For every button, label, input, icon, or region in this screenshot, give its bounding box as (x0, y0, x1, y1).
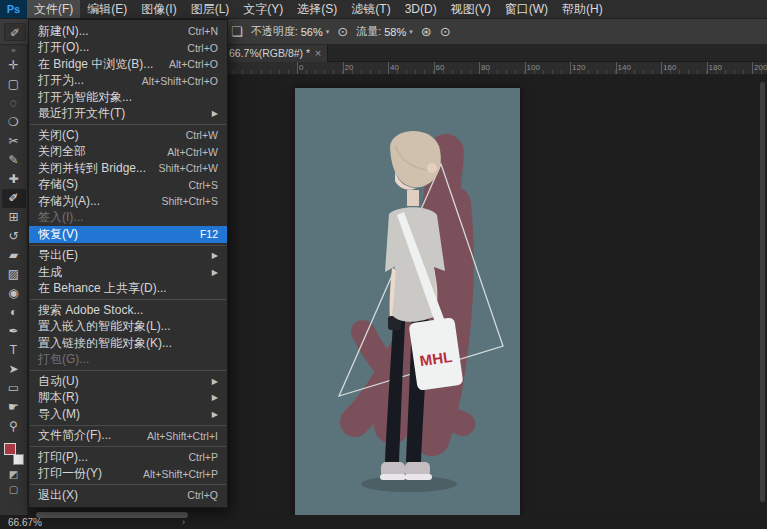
menu-item-shortcut: Alt+Shift+Ctrl+O (142, 75, 218, 87)
crop-tool-icon[interactable]: ✂ (2, 132, 26, 151)
menubar-item-3[interactable]: 图像(I) (134, 0, 183, 18)
ruler-tick-label: 20 (345, 63, 354, 72)
menu-item[interactable]: 导入(M)▶ (29, 406, 227, 423)
submenu-arrow-icon: ▶ (212, 377, 218, 386)
brush-tool-icon[interactable]: ✐ (2, 189, 26, 208)
type-tool-icon[interactable]: T (2, 341, 26, 360)
menu-item[interactable]: 在 Bridge 中浏览(B)...Alt+Ctrl+O (29, 56, 227, 73)
blur-tool-icon[interactable]: ◉ (2, 284, 26, 303)
flow-control[interactable]: 流量: 58% ▾ (356, 24, 413, 39)
gradient-tool-icon[interactable]: ▨ (2, 265, 26, 284)
menubar-item-6[interactable]: 选择(S) (290, 0, 344, 18)
menu-item-shortcut: Ctrl+W (186, 129, 218, 141)
menubar-item-2[interactable]: 编辑(E) (80, 0, 134, 18)
tool-preset-picker[interactable]: ✐ (4, 23, 26, 41)
menubar-item-11[interactable]: 帮助(H) (555, 0, 610, 18)
ruler-tick (752, 62, 753, 74)
menu-item-shortcut: Alt+Ctrl+O (169, 58, 218, 70)
rectangular-marquee-tool-icon[interactable]: ▢ (2, 75, 26, 94)
menu-item[interactable]: 存储为(A)...Shift+Ctrl+S (29, 193, 227, 210)
menu-item[interactable]: 打印一份(Y)Alt+Shift+Ctrl+P (29, 466, 227, 483)
path-selection-tool-icon[interactable]: ➤ (2, 360, 26, 379)
hand-tool-icon[interactable]: ☛ (2, 398, 26, 417)
menu-item[interactable]: 文件简介(F)...Alt+Shift+Ctrl+I (29, 428, 227, 445)
eyedropper-tool-icon[interactable]: ✎ (2, 151, 26, 170)
menu-separator (30, 245, 226, 246)
move-tool-icon[interactable]: ✛ (2, 56, 26, 75)
foreground-color-swatch[interactable] (4, 443, 16, 455)
menu-item[interactable]: 搜索 Adobe Stock... (29, 302, 227, 319)
menubar-item-1[interactable]: 文件(F) (27, 0, 80, 18)
history-brush-tool-icon[interactable]: ↺ (2, 227, 26, 246)
menu-item[interactable]: 在 Behance 上共享(D)... (29, 281, 227, 298)
opacity-control[interactable]: 不透明度: 56% ▾ (251, 24, 330, 39)
quick-mask-icon[interactable]: ◩ (9, 467, 18, 482)
quick-selection-tool-icon[interactable]: ❍ (2, 113, 26, 132)
menubar: Ps 文件(F)编辑(E)图像(I)图层(L)文字(Y)选择(S)滤镜(T)3D… (0, 0, 767, 19)
status-menu-arrow-icon[interactable]: › (182, 517, 185, 527)
canvas-image[interactable]: MHL (295, 88, 520, 515)
chevron-down-icon[interactable]: ▾ (409, 28, 413, 36)
menubar-item-5[interactable]: 文字(Y) (236, 0, 290, 18)
menubar-items: 文件(F)编辑(E)图像(I)图层(L)文字(Y)选择(S)滤镜(T)3D(D)… (27, 0, 610, 18)
menu-item[interactable]: 关闭全部Alt+Ctrl+W (29, 144, 227, 161)
menu-item[interactable]: 生成▶ (29, 264, 227, 281)
menu-item-label: 打开(O)... (38, 39, 89, 56)
pen-tool-icon[interactable]: ✒ (2, 322, 26, 341)
menu-item[interactable]: 置入嵌入的智能对象(L)... (29, 319, 227, 336)
menu-item: 打包(G)... (29, 352, 227, 369)
menu-item-label: 打开为智能对象... (38, 89, 132, 106)
rectangle-shape-tool-icon[interactable]: ▭ (2, 379, 26, 398)
menu-item[interactable]: 导出(E)▶ (29, 248, 227, 265)
menu-item[interactable]: 新建(N)...Ctrl+N (29, 23, 227, 40)
menu-item[interactable]: 自动(U)▶ (29, 373, 227, 390)
menu-item[interactable]: 退出(X)Ctrl+Q (29, 487, 227, 504)
menubar-item-7[interactable]: 滤镜(T) (344, 0, 397, 18)
menu-item[interactable]: 脚本(R)▶ (29, 390, 227, 407)
zoom-level-field[interactable]: 66.67% (8, 517, 42, 528)
eraser-tool-icon[interactable]: ▰ (2, 246, 26, 265)
airbrush-icon[interactable]: ⊛ (421, 19, 432, 44)
submenu-arrow-icon: ▶ (212, 251, 218, 260)
menu-item[interactable]: 置入链接的智能对象(K)... (29, 335, 227, 352)
menu-item-shortcut: Alt+Shift+Ctrl+I (147, 430, 218, 442)
file-menu: 新建(N)...Ctrl+N打开(O)...Ctrl+O在 Bridge 中浏览… (28, 19, 228, 508)
ruler-tick-label: 160 (663, 63, 676, 72)
menu-item[interactable]: 关闭并转到 Bridge...Shift+Ctrl+W (29, 160, 227, 177)
menubar-item-4[interactable]: 图层(L) (184, 0, 237, 18)
submenu-arrow-icon: ▶ (212, 109, 218, 118)
toolbar-collapse-icon[interactable]: » (0, 45, 27, 56)
menu-item[interactable]: 恢复(V)F12 (29, 226, 227, 243)
menu-item[interactable]: 打开为智能对象... (29, 89, 227, 106)
toggle-brush-panel-icon[interactable]: ❏ (231, 19, 243, 44)
lasso-tool-icon[interactable]: ◌ (2, 94, 26, 113)
menu-separator (30, 484, 226, 485)
menu-item[interactable]: 打印(P)...Ctrl+P (29, 449, 227, 466)
chevron-down-icon[interactable]: ▾ (326, 28, 330, 36)
zoom-tool-icon[interactable]: ⚲ (2, 417, 26, 436)
menu-item-label: 恢复(V) (38, 226, 78, 243)
vertical-scrollbar[interactable] (760, 82, 765, 502)
submenu-arrow-icon: ▶ (212, 268, 218, 277)
clone-stamp-tool-icon[interactable]: ⊞ (2, 208, 26, 227)
screen-mode-icon[interactable]: ▢ (9, 482, 18, 497)
flow-value[interactable]: 58% (384, 26, 406, 38)
ruler-tick (297, 62, 298, 74)
dodge-tool-icon[interactable]: ◐ (2, 303, 26, 322)
menu-item[interactable]: 打开为...Alt+Shift+Ctrl+O (29, 73, 227, 90)
menu-item[interactable]: 关闭(C)Ctrl+W (29, 127, 227, 144)
background-color-swatch[interactable] (13, 454, 24, 465)
menu-item[interactable]: 最近打开文件(T)▶ (29, 106, 227, 123)
menu-item[interactable]: 存储(S)Ctrl+S (29, 177, 227, 194)
horizontal-scrollbar[interactable] (36, 512, 188, 518)
spot-healing-brush-tool-icon[interactable]: ✚ (2, 170, 26, 189)
menu-item-label: 打印(P)... (38, 449, 88, 466)
close-icon[interactable]: × (313, 47, 323, 60)
opacity-value[interactable]: 56% (301, 26, 323, 38)
menubar-item-10[interactable]: 窗口(W) (498, 0, 555, 18)
menubar-item-8[interactable]: 3D(D) (398, 0, 444, 18)
opacity-pressure-icon[interactable]: ⊙ (337, 19, 348, 44)
menu-item[interactable]: 打开(O)...Ctrl+O (29, 40, 227, 57)
flow-pressure-icon[interactable]: ⊙ (440, 19, 451, 44)
menubar-item-9[interactable]: 视图(V) (444, 0, 498, 18)
